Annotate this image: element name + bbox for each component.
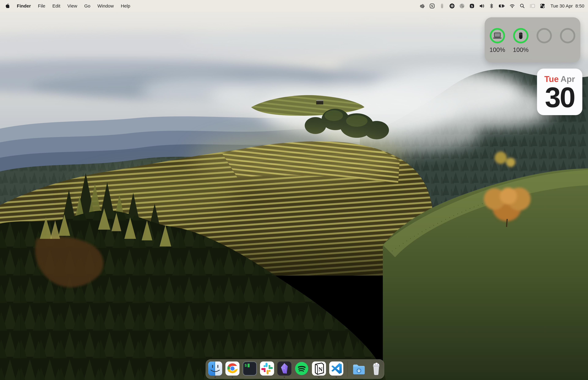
spotify-icon (294, 361, 309, 376)
dock-spotify[interactable] (294, 361, 309, 376)
menu-file[interactable]: File (38, 3, 45, 9)
hatched-app-icon[interactable] (419, 3, 425, 9)
running-indicator (318, 377, 320, 378)
dock-vscode[interactable] (329, 361, 344, 376)
slack-icon (260, 361, 274, 376)
menu-go[interactable]: Go (84, 3, 90, 9)
battery-widget[interactable]: 100% 100% (485, 17, 580, 63)
svg-text:N: N (431, 4, 433, 8)
volume-icon[interactable] (479, 3, 485, 9)
battery-ring-mouse (513, 28, 529, 43)
svg-text:$: $ (245, 363, 247, 368)
menu-date: Tue 30 Apr (550, 3, 573, 9)
menu-edit[interactable]: Edit (52, 3, 60, 9)
battery-percent-laptop: 100% (490, 46, 505, 53)
battery-device-empty-1 (533, 28, 555, 53)
dock-terminal[interactable]: $ (242, 361, 257, 376)
battery-device-laptop: 100% (487, 28, 508, 53)
globe-icon[interactable] (459, 3, 465, 9)
bluetooth-icon[interactable] (489, 3, 494, 9)
control-center-icon[interactable] (540, 3, 545, 9)
spotlight-icon[interactable] (519, 3, 525, 9)
terminal-icon: $ (242, 361, 257, 376)
svg-text:N: N (318, 366, 322, 373)
wifi-icon[interactable] (509, 3, 515, 9)
menu-window[interactable]: Window (97, 3, 114, 9)
battery-ring-empty (560, 28, 575, 43)
chrome-icon (225, 361, 240, 376)
apple-menu-icon[interactable] (5, 3, 10, 9)
menu-view[interactable]: View (67, 3, 77, 9)
stage-manager-icon[interactable] (529, 3, 535, 9)
dock-obsidian[interactable] (277, 361, 292, 376)
audio-waveform-icon[interactable] (449, 3, 455, 9)
mouse-icon (517, 32, 524, 40)
battery-device-empty-2 (557, 28, 578, 53)
battery-percent-mouse: 100% (513, 46, 529, 53)
shottr-icon[interactable]: S (469, 3, 475, 9)
dock-trash[interactable] (369, 361, 384, 376)
menu-clock[interactable]: Tue 30 Apr 8:50 (550, 3, 584, 9)
obsidian-icon (277, 361, 292, 376)
running-indicator (284, 377, 285, 378)
calendar-widget[interactable]: TueApr 30 (537, 69, 582, 115)
dock-chrome[interactable] (225, 361, 240, 376)
menu-time: 8:50 (575, 3, 584, 9)
svg-text:S: S (471, 4, 473, 8)
desktop: Finder File Edit View Go Window Help (0, 0, 588, 380)
battery-ring-empty (536, 28, 552, 43)
mouse-battery-icon[interactable] (439, 3, 445, 9)
vscode-icon (329, 361, 344, 376)
menu-bar: Finder File Edit View Go Window Help (0, 0, 588, 12)
trash-icon (369, 361, 384, 376)
finder-icon (208, 361, 223, 376)
battery-device-mouse: 100% (510, 28, 531, 53)
dock-divider (347, 361, 348, 377)
menu-help[interactable]: Help (121, 3, 130, 9)
notion-menu-icon[interactable]: N (429, 3, 435, 9)
menu-finder[interactable]: Finder (17, 3, 31, 9)
dock-notion[interactable]: N (312, 361, 326, 376)
dock-finder[interactable] (208, 361, 223, 376)
calendar-day: 30 (537, 84, 582, 110)
running-indicator (214, 377, 216, 378)
running-indicator (336, 377, 337, 378)
laptop-icon (493, 32, 502, 39)
dock: $ (206, 359, 384, 379)
battery-ring-laptop (490, 28, 505, 43)
notion-icon: N (312, 361, 326, 376)
dock-slack[interactable] (260, 361, 274, 376)
battery-charging-icon[interactable] (498, 3, 505, 9)
downloads-folder-icon (352, 361, 366, 376)
running-indicator (232, 377, 233, 378)
dock-downloads[interactable] (352, 361, 366, 376)
